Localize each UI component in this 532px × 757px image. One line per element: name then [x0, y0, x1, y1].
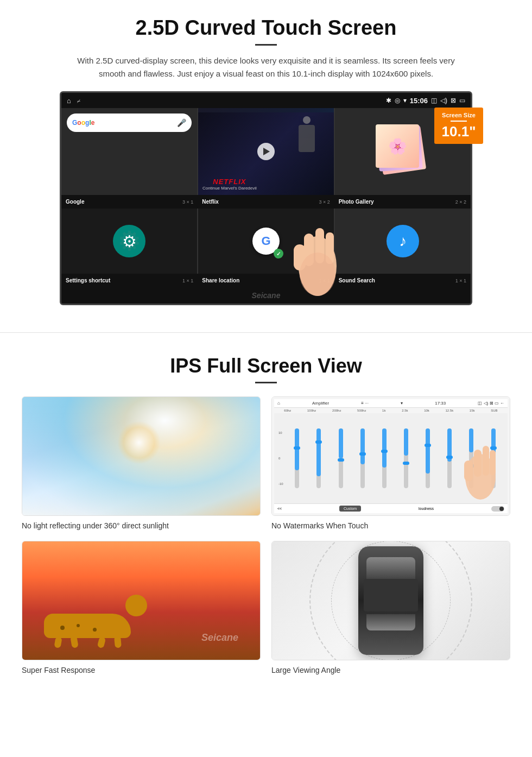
status-bar: ⌂ ⌿ ✱ ◎ ▾ 15:06 ◫ ◁) ⊠ ▭ [61, 93, 471, 108]
google-app-size: 3 × 1 [182, 199, 193, 205]
sound-label-cell: Sound Search 1 × 1 [334, 276, 471, 285]
slider-12k5-thumb[interactable] [446, 456, 453, 459]
slider-200hz[interactable] [331, 428, 351, 488]
slider-10k-track [426, 428, 430, 488]
window-icon: ▭ [459, 97, 465, 104]
screen-size-value: 10.1" [438, 124, 480, 140]
app-grid-top: Google 🎤 [61, 108, 471, 195]
sunlight-caption: No light reflecting under 360° direct su… [22, 521, 261, 530]
slider-2k5-fill [404, 428, 408, 456]
amp-loudness-toggle[interactable] [491, 506, 504, 512]
slider-100hz-thumb[interactable] [315, 440, 322, 444]
section1-description: With 2.5D curved-display screen, this de… [76, 54, 456, 80]
share-location-cell[interactable]: G ✓ [198, 209, 334, 274]
google-app-name: Google [66, 199, 84, 205]
slider-500hz-thumb[interactable] [359, 452, 366, 456]
section-ips-view: IPS Full Screen View No light reflecting… [0, 349, 532, 691]
status-bar-left: ⌂ ⌿ [67, 97, 81, 105]
feature-sunlight: No light reflecting under 360° direct su… [22, 396, 261, 530]
sound-search-icon-bg: ♪ [387, 225, 419, 257]
google-app-cell[interactable]: Google 🎤 [61, 108, 197, 195]
freq-1k: 1k [382, 409, 385, 412]
freq-sub: SUB [491, 409, 497, 412]
share-app-name: Share location [202, 277, 239, 283]
wifi-icon: ▾ [403, 97, 407, 104]
slider-60hz-track [295, 428, 299, 488]
freq-100: 100hz [307, 409, 316, 412]
location-icon: ◎ [395, 97, 400, 104]
settings-app-size: 1 × 1 [182, 278, 193, 283]
slider-200hz-fill [339, 428, 343, 458]
car-rear-window [366, 614, 415, 630]
slider-500hz-fill [360, 428, 365, 464]
slider-10k-thumb[interactable] [425, 444, 431, 447]
slider-60hz[interactable] [287, 428, 307, 488]
freq-10k: 10k [424, 409, 429, 412]
db-neg10: -10 [278, 482, 283, 485]
app-grid-bottom: ⚙ ⚙ G ✓ [61, 209, 471, 274]
cheetah-scene: Seicane [33, 552, 249, 649]
photo-app-name: Photo Gallery [339, 199, 374, 205]
mic-icon: 🎤 [177, 118, 186, 127]
slider-10k-fill [426, 428, 430, 474]
slider-1k[interactable] [374, 428, 394, 488]
svg-rect-7 [474, 450, 482, 477]
netflix-play-button[interactable] [257, 143, 275, 160]
home-icon: ⌂ [67, 97, 71, 105]
slider-500hz[interactable] [352, 428, 372, 488]
settings-label-cell: Settings shortcut 1 × 1 [61, 276, 198, 285]
section2-title: IPS Full Screen View [22, 355, 510, 377]
device-mockup: Screen Size 10.1" ⌂ ⌿ ✱ ◎ ▾ 15:06 ◫ ◁) ⊠ [60, 91, 472, 305]
amp-time: 17:33 [435, 401, 446, 406]
amp-custom-button[interactable]: Custom [339, 506, 361, 512]
svg-point-5 [300, 253, 335, 296]
photo-app-size: 2 × 2 [455, 199, 466, 205]
device-screen: ⌂ ⌿ ✱ ◎ ▾ 15:06 ◫ ◁) ⊠ ▭ [60, 91, 472, 305]
music-note-icon: ♪ [399, 232, 407, 250]
screen-size-badge: Screen Size 10.1" [434, 108, 483, 144]
slider-200hz-thumb[interactable] [338, 458, 344, 462]
svg-rect-9 [490, 450, 496, 475]
slider-500hz-track [360, 428, 365, 488]
sound-app-size: 1 × 1 [455, 278, 466, 283]
amp-hand-overlay [459, 436, 502, 503]
share-location-icon: G ✓ [250, 225, 282, 257]
settings-app-cell[interactable]: ⚙ ⚙ [61, 209, 197, 274]
db-0: 0 [278, 457, 283, 460]
google-search-bar[interactable]: Google 🎤 [67, 113, 192, 132]
netflix-info: NETFLIX Continue Marvel's Daredevil [202, 178, 257, 191]
amp-title: Amplifier [312, 401, 329, 406]
netflix-character [293, 116, 320, 160]
slider-1k-thumb[interactable] [381, 450, 388, 453]
amp-loudness-label: loudness [419, 507, 434, 510]
screen-watermark-area: Seicane [61, 287, 471, 304]
google-logo: Google [72, 119, 94, 127]
title-divider [255, 44, 277, 46]
settings-bg-icons: ⚙ [61, 209, 197, 274]
slider-10k[interactable] [418, 428, 438, 488]
sound-search-cell[interactable]: ♪ [335, 209, 471, 274]
stop-icon: ⊠ [451, 97, 456, 104]
app-labels-row1: Google 3 × 1 Netflix 3 × 2 Photo Gallery… [61, 195, 471, 209]
volume-icon: ◁) [440, 97, 447, 104]
cheetah-body [44, 595, 153, 638]
amp-sliders-area: 10 0 -10 [274, 413, 508, 503]
amp-home-icon: ⌂ [277, 401, 280, 406]
google-label-cell: Google 3 × 1 [61, 197, 198, 206]
slider-12k5[interactable] [440, 428, 460, 488]
slider-2k5-thumb[interactable] [403, 462, 409, 465]
usb-icon: ⌿ [77, 97, 81, 105]
screen-size-label: Screen Size [438, 112, 480, 118]
sun-glow [22, 397, 260, 515]
netflix-logo: NETFLIX [202, 178, 257, 186]
slider-2k5[interactable] [396, 428, 416, 488]
slider-12k5-track [447, 428, 452, 488]
slider-60hz-thumb[interactable] [294, 446, 300, 450]
amp-db-labels: 10 0 -10 [278, 431, 283, 485]
slider-100hz[interactable] [309, 428, 329, 488]
netflix-app-size: 3 × 2 [319, 199, 330, 205]
cheetah-seicane-watermark: Seicane [201, 632, 238, 644]
freq-60: 60hz [284, 409, 291, 412]
netflix-app-cell[interactable]: NETFLIX Continue Marvel's Daredevil [198, 108, 334, 195]
status-time: 15:06 [410, 97, 428, 105]
